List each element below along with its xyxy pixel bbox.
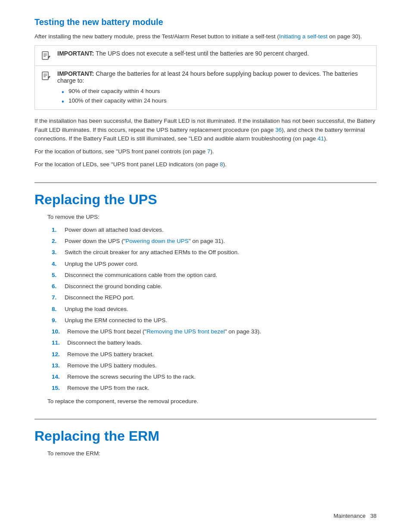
important-note-1: IMPORTANT: The UPS does not execute a se… bbox=[35, 46, 376, 66]
step-15: 15. Remove the UPS from the rack. bbox=[52, 384, 377, 392]
testing-section: Testing the new battery module After ins… bbox=[34, 17, 377, 169]
step-5: 5. Disconnect the communications cable f… bbox=[52, 271, 377, 280]
important-label-2: IMPORTANT: bbox=[57, 70, 94, 77]
page-41-link[interactable]: 41 bbox=[318, 135, 324, 142]
replacing-ups-content: To remove the UPS: 1. Power down all att… bbox=[47, 213, 377, 406]
testing-heading: Testing the new battery module bbox=[34, 17, 377, 27]
step-7: 7. Disconnect the REPO port. bbox=[52, 293, 377, 302]
testing-para2: For the location of buttons, see "UPS fr… bbox=[34, 147, 377, 156]
svg-rect-0 bbox=[42, 52, 48, 59]
note-icon-1 bbox=[41, 50, 57, 61]
step-6: 6. Disconnect the ground bonding cable. bbox=[52, 282, 377, 291]
powering-down-link[interactable]: Powering down the UPS bbox=[125, 238, 188, 244]
replacing-erm-heading: Replacing the ERM bbox=[34, 428, 377, 444]
step-4: 4. Unplug the UPS power cord. bbox=[52, 260, 377, 268]
important-note-2: IMPORTANT: Charge the batteries for at l… bbox=[35, 66, 376, 109]
testing-para1: If the installation has been successful,… bbox=[34, 117, 377, 143]
replacing-erm-content: To remove the ERM: bbox=[47, 449, 377, 458]
testing-intro-para: After installing the new battery module,… bbox=[34, 32, 377, 41]
replacing-erm-section: Replacing the ERM To remove the ERM: bbox=[34, 419, 377, 458]
important-note-2-bullets: 90% of their capacity within 4 hours 100… bbox=[62, 87, 370, 105]
step-1: 1. Power down all attached load devices. bbox=[52, 226, 377, 234]
replacing-ups-section: Replacing the UPS To remove the UPS: 1. … bbox=[34, 182, 377, 406]
note-icon-2 bbox=[41, 70, 57, 81]
step-3: 3. Switch the circuit breaker for any at… bbox=[52, 248, 377, 257]
page-7-link[interactable]: 7 bbox=[207, 148, 211, 155]
step-13: 13. Remove the UPS battery modules. bbox=[52, 361, 377, 370]
replacing-erm-intro: To remove the ERM: bbox=[47, 449, 377, 458]
step-2: 2. Power down the UPS ("Powering down th… bbox=[52, 237, 377, 246]
important-text-2: Charge the batteries for at least 24 hou… bbox=[57, 70, 358, 84]
footer-page: 38 bbox=[371, 513, 377, 519]
replacing-ups-heading: Replacing the UPS bbox=[34, 192, 377, 208]
page-36-link[interactable]: 36 bbox=[275, 127, 282, 133]
bullet-item-1: 90% of their capacity within 4 hours bbox=[62, 87, 370, 96]
step-9: 9. Unplug the ERM connected to the UPS. bbox=[52, 316, 377, 325]
testing-para3: For the location of LEDs, see "UPS front… bbox=[34, 160, 377, 169]
important-note-1-content: IMPORTANT: The UPS does not execute a se… bbox=[57, 50, 370, 57]
footer: Maintenance 38 bbox=[333, 513, 377, 519]
svg-rect-4 bbox=[42, 72, 48, 80]
step-11: 11. Disconnect the battery leads. bbox=[52, 339, 377, 347]
step-8: 8. Unplug the load devices. bbox=[52, 305, 377, 314]
step-12: 12. Remove the UPS battery bracket. bbox=[52, 350, 377, 359]
important-note-2-content: IMPORTANT: Charge the batteries for at l… bbox=[57, 70, 370, 105]
step-14: 14. Remove the screws securing the UPS t… bbox=[52, 373, 377, 381]
replacing-ups-intro: To remove the UPS: bbox=[47, 213, 377, 221]
footer-label: Maintenance bbox=[333, 513, 365, 519]
important-label-1: IMPORTANT: bbox=[57, 50, 94, 57]
important-notes-container: IMPORTANT: The UPS does not execute a se… bbox=[34, 45, 377, 110]
replacing-ups-steps: 1. Power down all attached load devices.… bbox=[52, 226, 377, 393]
initiating-link[interactable]: Initiating a self-test bbox=[279, 33, 328, 40]
step-10: 10. Remove the UPS front bezel ("Removin… bbox=[52, 327, 377, 336]
bullet-item-2: 100% of their capacity within 24 hours bbox=[62, 96, 370, 106]
important-text-1: The UPS does not execute a self-test unt… bbox=[94, 50, 309, 57]
replacing-ups-outro: To replace the component, reverse the re… bbox=[47, 397, 377, 406]
page-8-link[interactable]: 8 bbox=[220, 161, 223, 168]
removing-bezel-link[interactable]: Removing the UPS front bezel bbox=[146, 328, 225, 335]
